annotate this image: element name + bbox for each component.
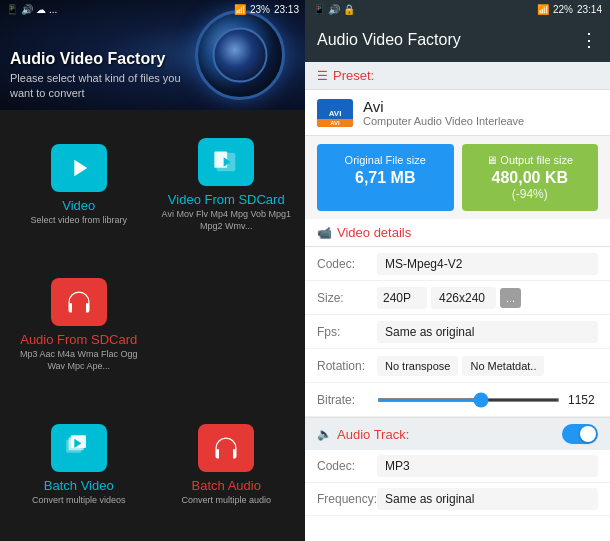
preset-list-icon: ☰: [317, 69, 328, 83]
audio-frequency-input[interactable]: [377, 488, 598, 510]
video-icon-box: [51, 144, 107, 192]
sim-icon: 📱: [6, 4, 18, 15]
preset-bar: ☰ Preset:: [305, 62, 610, 90]
lens-decoration: [195, 10, 285, 100]
original-file-size-value: 6,71 MB: [327, 169, 444, 187]
codec-value-container: [377, 253, 598, 275]
audio-codec-value-container: [377, 455, 598, 477]
video-sdcard-subtitle: Avi Mov Flv Mp4 Mpg Vob Mpg1 Mpg2 Wmv...: [161, 209, 293, 232]
avi-row[interactable]: AVI AVI Avi Computer Audio Video Interle…: [305, 90, 610, 136]
audio-track-section: 🔈 Audio Track:: [305, 417, 610, 450]
time-right: 23:14: [577, 4, 602, 15]
app-title-right: Audio Video Factory: [317, 31, 461, 49]
lens-inner: [213, 28, 268, 83]
batch-video-icon-box: [51, 424, 107, 472]
audio-track-toggle[interactable]: [562, 424, 598, 444]
output-icon: 🖥: [486, 154, 497, 166]
batch-audio-subtitle: Convert multiple audio: [181, 495, 271, 507]
size-label: Size:: [317, 291, 377, 305]
ellipsis: ...: [49, 4, 57, 15]
video-subtitle: Select video from library: [30, 215, 127, 227]
audio-codec-row: Codec:: [305, 450, 610, 483]
battery-left: 23%: [250, 4, 270, 15]
grid-item-batch-video[interactable]: Batch Video Convert multiple videos: [5, 396, 153, 536]
avi-info: Avi Computer Audio Video Interleave: [363, 98, 598, 127]
status-bar-left: 📱 🔊 ☁ ... 📶 23% 23:13: [6, 4, 299, 15]
size-value-container: ...: [377, 287, 598, 309]
avi-stripe-text: AVI: [330, 120, 340, 126]
original-file-size-label: Original File size: [327, 154, 444, 166]
audio-sdcard-subtitle: Mp3 Aac M4a Wma Flac Ogg Wav Mpc Ape...: [13, 349, 145, 372]
avi-stripe: AVI: [317, 119, 353, 127]
size-input-240p[interactable]: [377, 287, 427, 309]
original-file-size-box: Original File size 6,71 MB: [317, 144, 454, 211]
sdcard-play-icon: [212, 148, 240, 176]
audio-sdcard-title: Audio From SDCard: [20, 332, 137, 347]
audio-track-label: Audio Track:: [337, 427, 409, 442]
rotation-value-container: No transpose No Metatdat..: [377, 356, 598, 376]
left-header: 📱 🔊 ☁ ... 📶 23% 23:13 Audio Video Factor…: [0, 0, 305, 110]
output-file-size-label: 🖥 Output file size: [472, 154, 589, 166]
preset-label: Preset:: [333, 68, 374, 83]
audio-frequency-row: Frequency:: [305, 483, 610, 516]
output-file-size-box: 🖥 Output file size 480,00 KB (-94%): [462, 144, 599, 211]
batch-audio-title: Batch Audio: [192, 478, 261, 493]
cloud-icon: ☁: [36, 4, 46, 15]
fps-input[interactable]: [377, 321, 598, 343]
menu-dots-button[interactable]: ⋮: [580, 29, 598, 51]
avi-description: Computer Audio Video Interleave: [363, 115, 598, 127]
grid-item-audio-sdcard[interactable]: Audio From SDCard Mp3 Aac M4a Wma Flac O…: [5, 255, 153, 395]
file-size-row: Original File size 6,71 MB 🖥 Output file…: [305, 136, 610, 219]
size-dots-button[interactable]: ...: [500, 288, 521, 308]
audio-frequency-label: Frequency:: [317, 492, 377, 506]
video-details-label: Video details: [337, 225, 411, 240]
left-panel: 📱 🔊 ☁ ... 📶 23% 23:13 Audio Video Factor…: [0, 0, 305, 541]
avi-label: AVI: [317, 108, 353, 119]
lock-icon-right: 🔒: [343, 4, 355, 15]
grid-item-video[interactable]: Video Select video from library: [5, 115, 153, 255]
codec-row: Codec:: [305, 247, 610, 281]
right-top-bar: 📱 🔊 🔒 📶 22% 23:14 Audio Video Factory ⋮: [305, 0, 610, 62]
video-details-header: 📹 Video details: [305, 219, 610, 247]
codec-label: Codec:: [317, 257, 377, 271]
rotation-label: Rotation:: [317, 359, 377, 373]
signal-icon: 📶: [234, 4, 246, 15]
size-input-426x240[interactable]: [431, 287, 496, 309]
no-metadata-button[interactable]: No Metatdat..: [462, 356, 544, 376]
time-left: 23:13: [274, 4, 299, 15]
status-bar-right: 📱 🔊 🔒 📶 22% 23:14: [305, 0, 610, 18]
sound-icon: 🔊: [21, 4, 33, 15]
fps-value-container: [377, 321, 598, 343]
avi-thumbnail: AVI AVI: [317, 99, 353, 127]
audio-track-left: 🔈 Audio Track:: [317, 427, 409, 442]
bitrate-label: Bitrate:: [317, 393, 377, 407]
video-title: Video: [62, 198, 95, 213]
grid-item-video-sdcard[interactable]: Video From SDCard Avi Mov Flv Mp4 Mpg Vo…: [153, 115, 301, 255]
size-row: Size: ...: [305, 281, 610, 315]
audio-codec-input[interactable]: [377, 455, 598, 477]
batch-play-icon: [65, 434, 93, 462]
grid-item-empty: [153, 255, 301, 395]
output-file-size-pct: (-94%): [472, 187, 589, 201]
bitrate-value: 1152: [568, 393, 598, 407]
bitrate-row: Bitrate: 1152: [305, 383, 610, 417]
main-grid: Video Select video from library Video Fr…: [0, 110, 305, 541]
toggle-knob: [580, 426, 596, 442]
fps-label: Fps:: [317, 325, 377, 339]
output-file-size-value: 480,00 KB: [472, 169, 589, 187]
audio-codec-label: Codec:: [317, 459, 377, 473]
app-subtitle-left: Please select what kind of files you wan…: [10, 71, 190, 100]
codec-input[interactable]: [377, 253, 598, 275]
grid-item-batch-audio[interactable]: Batch Audio Convert multiple audio: [153, 396, 301, 536]
video-sdcard-title: Video From SDCard: [168, 192, 285, 207]
header-text-block: Audio Video Factory Please select what k…: [10, 50, 190, 100]
batch-video-title: Batch Video: [44, 478, 114, 493]
app-title-left: Audio Video Factory: [10, 50, 190, 68]
bitrate-slider[interactable]: [377, 398, 560, 402]
status-right-left: 📶 23% 23:13: [234, 4, 299, 15]
audio-sdcard-icon-box: [51, 278, 107, 326]
bitrate-slider-container: 1152: [377, 393, 598, 407]
batch-audio-icon-box: [198, 424, 254, 472]
no-transpose-button[interactable]: No transpose: [377, 356, 458, 376]
status-icons-right: 📱 🔊 🔒: [313, 4, 355, 15]
